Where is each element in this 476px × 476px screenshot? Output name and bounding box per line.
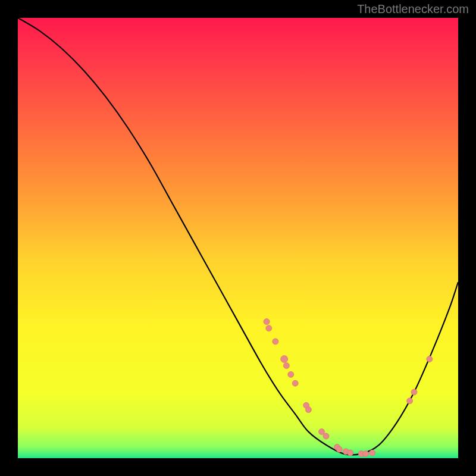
chart-plot-area xyxy=(18,18,458,458)
data-marker xyxy=(347,450,353,456)
data-marker xyxy=(283,363,289,369)
data-marker xyxy=(266,325,272,331)
data-marker xyxy=(281,356,288,363)
data-marker xyxy=(363,451,369,457)
data-marker xyxy=(273,339,278,345)
data-marker xyxy=(292,380,298,386)
data-marker xyxy=(407,398,413,404)
chart-background xyxy=(18,18,458,458)
data-marker xyxy=(288,371,294,377)
data-marker xyxy=(323,433,329,439)
data-marker xyxy=(319,429,325,435)
data-marker xyxy=(369,450,375,456)
data-marker xyxy=(427,356,433,362)
data-marker xyxy=(305,407,311,413)
data-marker xyxy=(264,319,270,325)
data-marker xyxy=(411,389,417,395)
attribution-text: TheBottlenecker.com xyxy=(357,2,469,16)
bottleneck-chart xyxy=(18,18,458,458)
data-marker xyxy=(336,446,342,452)
